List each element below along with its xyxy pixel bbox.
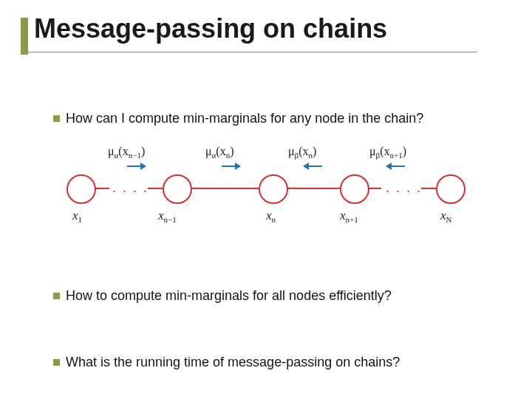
arrow-right-icon xyxy=(222,163,241,170)
arrow-right-icon xyxy=(127,163,146,170)
bullet-item: How can I compute min-marginals for any … xyxy=(53,111,423,126)
bullet-square-icon xyxy=(53,293,60,299)
slide-title: Message-passing on chains xyxy=(34,13,494,52)
accent-bar xyxy=(21,18,28,55)
graph-edge xyxy=(148,188,163,189)
node-label: x1 xyxy=(72,208,82,224)
graph-edge xyxy=(368,188,381,189)
graph-edge xyxy=(191,188,259,189)
graph-edge-dots: · · · · xyxy=(112,183,149,199)
title-underline xyxy=(24,52,477,52)
graph-node xyxy=(66,174,96,204)
node-label: xn+1 xyxy=(340,208,358,224)
chain-diagram: μα(xn−1) μα(xn) μβ(xn) μβ(xn+1) · · · · … xyxy=(66,148,466,236)
arrow-left-icon xyxy=(386,163,405,170)
message-label: μβ(xn) xyxy=(288,145,316,160)
bullet-text: How can I compute min-marginals for any … xyxy=(66,111,423,126)
bullet-item: How to compute min-marginals for all nod… xyxy=(53,288,392,304)
bullet-square-icon xyxy=(53,115,60,122)
graph-node xyxy=(340,174,369,204)
bullet-square-icon xyxy=(53,359,60,366)
arrow-left-icon xyxy=(303,163,322,170)
graph-edge xyxy=(287,188,340,189)
node-label: xn−1 xyxy=(158,208,177,224)
graph-node xyxy=(259,174,288,204)
bullet-text: How to compute min-marginals for all nod… xyxy=(66,288,392,304)
node-label: xN xyxy=(440,208,452,224)
node-label: xn xyxy=(266,208,276,224)
graph-edge xyxy=(421,188,436,189)
bullet-item: What is the running time of message-pass… xyxy=(53,355,400,370)
graph-edge xyxy=(95,188,109,189)
message-label: μα(xn) xyxy=(205,145,234,160)
title-block: Message-passing on chains xyxy=(21,13,494,52)
graph-node xyxy=(436,174,466,204)
bullet-text: What is the running time of message-pass… xyxy=(66,355,400,370)
graph-node xyxy=(163,174,192,204)
graph-edge-dots: · · · · xyxy=(386,183,422,199)
message-label: μβ(xn+1) xyxy=(369,145,406,160)
message-label: μα(xn−1) xyxy=(108,145,145,160)
